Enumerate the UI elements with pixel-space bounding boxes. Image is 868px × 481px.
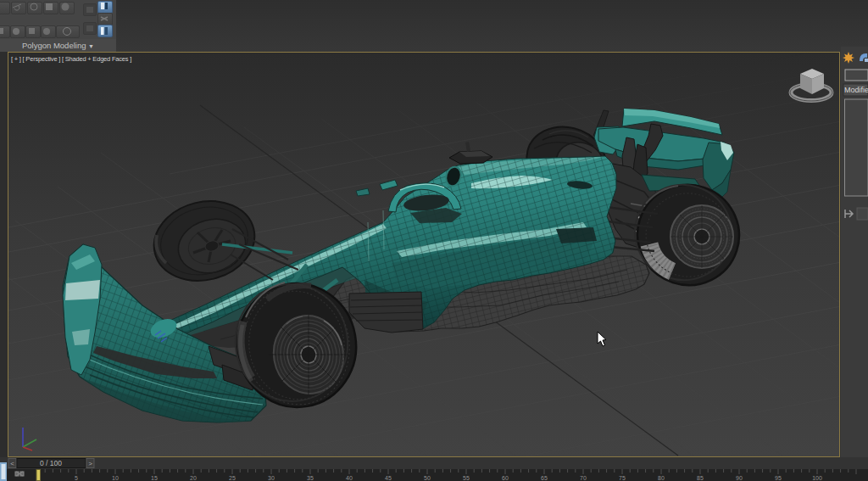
svg-text:5: 5 (75, 475, 78, 481)
svg-text:15: 15 (151, 475, 158, 481)
svg-text:25: 25 (229, 475, 236, 481)
svg-text:65: 65 (541, 475, 548, 481)
svg-text:80: 80 (658, 475, 665, 481)
svg-text:100: 100 (812, 475, 822, 481)
svg-text:90: 90 (736, 475, 743, 481)
svg-text:95: 95 (775, 475, 782, 481)
svg-text:>: > (88, 460, 92, 467)
svg-text:70: 70 (580, 475, 587, 481)
svg-text:55: 55 (463, 475, 470, 481)
svg-text:85: 85 (697, 475, 704, 481)
svg-text:30: 30 (268, 475, 275, 481)
svg-text:Modifie: Modifie (844, 86, 868, 94)
svg-text:50: 50 (424, 475, 431, 481)
svg-text:40: 40 (346, 475, 353, 481)
svg-text:60: 60 (502, 475, 509, 481)
svg-text:75: 75 (619, 475, 626, 481)
svg-text:45: 45 (385, 475, 392, 481)
svg-text:<: < (10, 460, 14, 467)
svg-text:35: 35 (307, 475, 314, 481)
svg-text:10: 10 (112, 475, 119, 481)
svg-text:0 / 100: 0 / 100 (40, 459, 62, 467)
svg-text:20: 20 (190, 475, 197, 481)
